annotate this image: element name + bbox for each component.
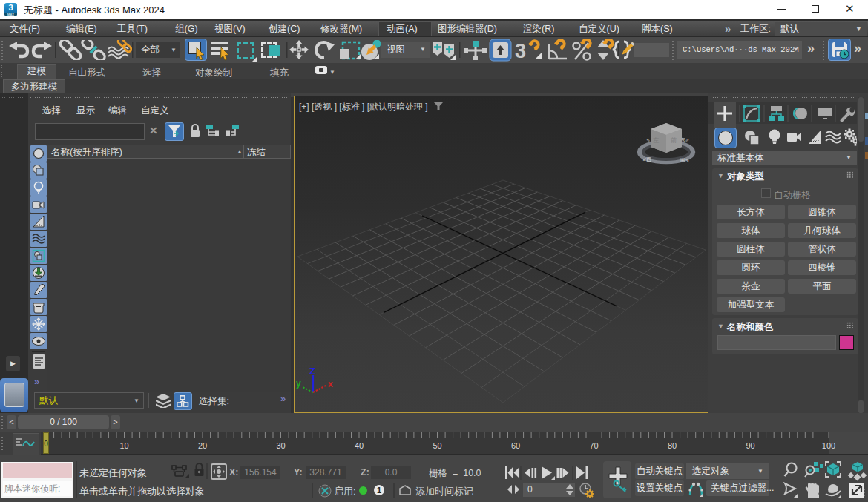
svg-text:10: 10 (119, 441, 128, 450)
svg-text:60: 60 (511, 441, 520, 450)
svg-text:20: 20 (198, 441, 207, 450)
svg-text:70: 70 (589, 441, 598, 450)
svg-text:x: x (328, 379, 333, 389)
svg-text:⇙西: ⇙西 (642, 156, 651, 162)
svg-text:90: 90 (746, 441, 754, 450)
svg-text:南⇘: 南⇘ (680, 157, 689, 162)
svg-text:50: 50 (433, 441, 441, 450)
svg-text:100: 100 (822, 441, 835, 450)
svg-text:30: 30 (276, 441, 285, 450)
svg-text:40: 40 (355, 441, 364, 450)
svg-text:Z: Z (309, 366, 315, 377)
svg-text:左: 左 (652, 136, 660, 144)
svg-text:前: 前 (671, 136, 677, 144)
svg-text:y: y (296, 378, 301, 389)
svg-text:80: 80 (668, 441, 677, 450)
svg-text:3: 3 (515, 40, 526, 62)
